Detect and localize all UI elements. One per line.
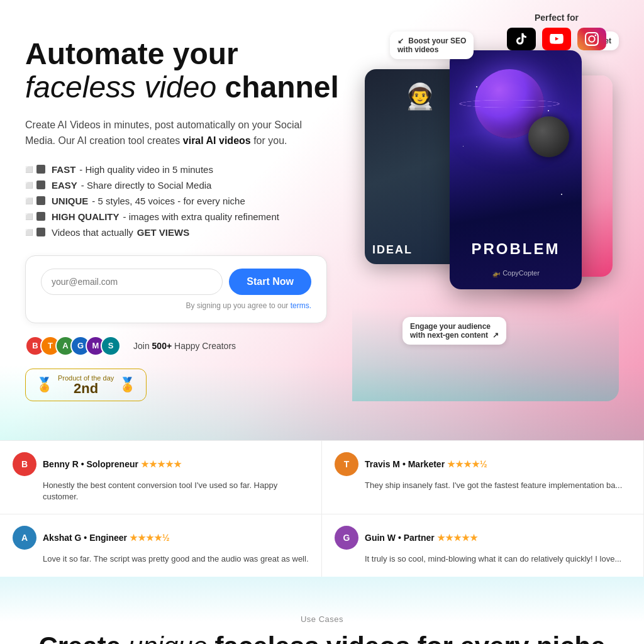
feature-easy: EASY - Share directly to Social Media <box>25 180 352 191</box>
feature-list: FAST - High quality video in 5 minutes E… <box>25 164 352 238</box>
use-cases-italic: unique <box>121 631 214 644</box>
planet-container <box>475 69 557 151</box>
feature-quality: HIGH QUALITY - images with extra quality… <box>25 211 352 222</box>
bullet-icon <box>36 228 45 236</box>
engage-annotation: Engage your audiencewith next-gen conten… <box>402 317 506 345</box>
review-card-travis: T Travis M • Marketer ★★★★½ They ship in… <box>322 440 644 514</box>
use-cases-section: Use Cases Create unique faceless videos … <box>0 577 644 644</box>
reviewer-info: Akshat G • Engineer ★★★★½ <box>43 533 170 543</box>
reviews-section: B Benny R • Solopreneur ★★★★★ Honestly t… <box>0 440 644 577</box>
review-card-guin: G Guin W • Partner ★★★★★ It truly is so … <box>322 514 644 576</box>
terms-text: By signing up you agree to our terms. <box>41 301 311 310</box>
reviewer-info: Travis M • Marketer ★★★★½ <box>365 459 487 469</box>
boost-seo-text: Boost your SEOwith videos <box>397 36 466 54</box>
use-cases-headline: Create unique faceless videos for every … <box>25 631 619 644</box>
laurel-left-icon: 🏅 <box>36 377 53 393</box>
headline-italic: faceless video <box>25 70 216 104</box>
arrow-icon: ↗ <box>492 331 499 340</box>
bullet-icon <box>36 180 45 189</box>
social-icons-row <box>507 28 606 50</box>
stars: ★★★★½ <box>130 533 170 543</box>
curve-arrow-icon: ↙ <box>397 36 404 45</box>
reviewer-name: Benny R • Solopreneur ★★★★★ <box>43 459 182 469</box>
feature-views: Videos that actually GET VIEWS <box>25 227 352 238</box>
review-header: B Benny R • Solopreneur ★★★★★ <box>13 452 309 476</box>
hero-right: ↙ Boost your SEOwith videos ↙ Get 👨‍🚀 ID… <box>352 25 619 401</box>
email-form: Start Now <box>41 269 311 295</box>
creators-prefix: Join <box>133 341 152 351</box>
card-main-content: PROBLEM <box>450 240 582 258</box>
use-cases-label: Use Cases <box>25 614 619 624</box>
subheadline-viral: viral AI videos <box>183 135 251 146</box>
review-text: It truly is so cool, mind-blowing what i… <box>335 553 631 565</box>
bullet-icon <box>36 196 45 205</box>
reviewer-avatar: G <box>335 526 358 550</box>
terms-link[interactable]: terms. <box>291 301 311 310</box>
review-header: T Travis M • Marketer ★★★★½ <box>335 452 631 476</box>
reviewer-avatar: A <box>13 526 36 550</box>
hero-left: Automate your faceless video channel Cre… <box>25 25 352 401</box>
feature-fast: FAST - High quality video in 5 minutes <box>25 164 352 175</box>
use-cases-bold2: faceless videos for every niche <box>215 631 606 644</box>
video-card-main: PROBLEM 🚁 CopyCopter <box>450 50 582 289</box>
creators-count: 500+ <box>152 341 172 351</box>
subheadline: Create AI Videos in minutes, post automa… <box>25 117 327 149</box>
badge-rank: 2nd <box>58 382 114 396</box>
stars: ★★★★★ <box>141 459 182 469</box>
reviews-grid: B Benny R • Solopreneur ★★★★★ Honestly t… <box>0 440 644 577</box>
subheadline-end: for you. <box>251 135 287 146</box>
laurel-right-icon: 🏅 <box>119 377 136 393</box>
email-form-container: Start Now By signing up you agree to our… <box>25 255 327 323</box>
review-card-benny: B Benny R • Solopreneur ★★★★★ Honestly t… <box>0 440 322 514</box>
planet-ring <box>459 100 560 108</box>
terms-prefix: By signing up you agree to our <box>186 301 291 310</box>
bullet-icon <box>36 212 45 221</box>
perfect-for-container: Perfect for <box>507 13 606 50</box>
moon <box>528 116 569 157</box>
review-header: A Akshat G • Engineer ★★★★½ <box>13 526 309 550</box>
hero-section: Perfect for <box>0 0 644 440</box>
perfect-for-label: Perfect for <box>507 13 606 23</box>
stars: ★★★★½ <box>447 459 487 469</box>
reviewer-name: Guin W • Partner ★★★★★ <box>365 533 478 543</box>
creators-text: Join 500+ Happy Creators <box>133 341 236 351</box>
review-header: G Guin W • Partner ★★★★★ <box>335 526 631 550</box>
creators-label: Happy Creators <box>174 341 236 351</box>
avatars-group: B T A G M S <box>25 336 116 356</box>
bullet-icon <box>36 165 45 174</box>
review-text: They ship insanely fast. I've got the fa… <box>335 480 631 491</box>
engage-text: Engage your audiencewith next-gen conten… <box>410 322 491 340</box>
stars: ★★★★★ <box>437 533 478 543</box>
headline-bold1: Automate your <box>25 37 238 70</box>
reviewer-name: Travis M • Marketer ★★★★½ <box>365 459 487 469</box>
hero-content: Automate your faceless video channel Cre… <box>0 0 644 414</box>
avatar: S <box>101 336 121 356</box>
feature-unique: UNIQUE - 5 styles, 45 voices - for every… <box>25 196 352 206</box>
product-of-day-badge: 🏅 Product of the day 2nd 🏅 <box>25 369 147 401</box>
reviewer-avatar: T <box>335 452 358 476</box>
email-input[interactable] <box>41 269 223 295</box>
creators-row: B T A G M S Join 500+ Happy Creators <box>25 336 352 356</box>
use-cases-bold1: Create <box>38 631 121 644</box>
review-text: Love it so far. The script was pretty go… <box>13 553 309 565</box>
reviewer-info: Guin W • Partner ★★★★★ <box>365 533 478 543</box>
review-text: Honestly the best content conversion too… <box>13 480 309 502</box>
badge-text: Product of the day 2nd <box>58 374 114 396</box>
start-now-button[interactable]: Start Now <box>229 269 311 295</box>
card-logo-text: 🚁 CopyCopter <box>492 269 540 277</box>
reviewer-info: Benny R • Solopreneur ★★★★★ <box>43 459 182 469</box>
review-card-akshat: A Akshat G • Engineer ★★★★½ Love it so f… <box>0 514 322 576</box>
card-main-label: PROBLEM <box>450 240 582 258</box>
reviewer-name: Akshat G • Engineer ★★★★½ <box>43 533 170 543</box>
card-logo: 🚁 CopyCopter <box>450 267 582 278</box>
headline-bold2: channel <box>216 70 339 104</box>
youtube-icon[interactable] <box>542 28 571 50</box>
boost-seo-annotation: ↙ Boost your SEOwith videos <box>390 31 474 59</box>
main-headline: Automate your faceless video channel <box>25 38 352 104</box>
instagram-icon[interactable] <box>577 28 606 50</box>
tiktok-icon[interactable] <box>507 28 536 50</box>
reviewer-avatar: B <box>13 452 36 476</box>
